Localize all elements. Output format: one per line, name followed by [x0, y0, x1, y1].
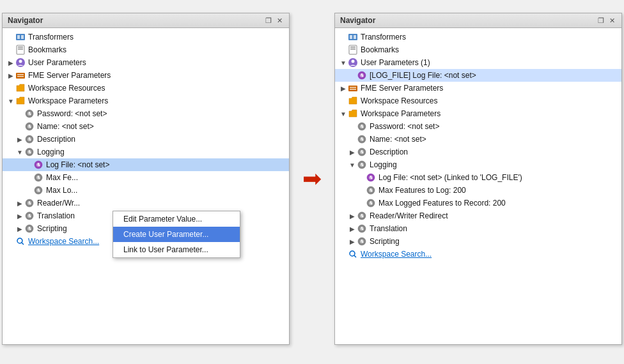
right-exp-user-params[interactable]: ▼ [339, 59, 348, 66]
right-icon-description [357, 147, 367, 157]
left-restore-btn[interactable]: ❐ [264, 17, 273, 25]
left-exp-translation[interactable]: ▶ [15, 213, 24, 220]
right-item-bookmarks[interactable]: Bookmarks [335, 43, 621, 56]
left-icon-logging [24, 147, 35, 157]
right-close-btn[interactable]: ✕ [608, 17, 616, 25]
svg-rect-66 [350, 87, 356, 88]
right-exp-logging[interactable]: ▼ [348, 162, 357, 169]
right-item-workspace-res[interactable]: Workspace Resources [335, 95, 621, 107]
left-icon-workspace-res [15, 83, 26, 93]
left-label-bookmarks: Bookmarks [28, 45, 66, 54]
svg-rect-8 [16, 73, 25, 79]
left-navigator-panel: Navigator ❐ ✕ Transformers [2, 13, 290, 345]
right-item-translation[interactable]: ▶ Translation [335, 222, 621, 235]
left-item-readerwriter[interactable]: ▶ Reader/Wr... [3, 197, 289, 209]
left-label-workspace-search[interactable]: Workspace Search... [28, 237, 99, 246]
right-icon-workspace-params [348, 109, 358, 119]
left-close-btn[interactable]: ✕ [276, 17, 284, 25]
right-item-description[interactable]: ▶ Description [335, 146, 621, 158]
svg-point-51 [17, 238, 22, 243]
context-menu-edit-param[interactable]: Edit Parameter Value... [113, 211, 240, 227]
direction-arrow: ➡ [302, 165, 322, 192]
left-label-name: Name: <not set> [37, 122, 94, 131]
left-item-workspace-params[interactable]: ▼ Workspace Parameters [3, 95, 289, 107]
left-exp-description[interactable]: ▶ [15, 136, 24, 143]
left-item-logfile[interactable]: Log File: <not set> [3, 158, 289, 171]
left-icon-workspace-params [15, 96, 26, 106]
right-label-logfile-linked: Log File: <not set> (Linked to 'LOG_FILE… [378, 173, 522, 182]
left-item-maxlo[interactable]: Max Lo... [3, 184, 289, 197]
right-item-name[interactable]: Name: <not set> [335, 133, 621, 146]
right-item-workspace-search[interactable]: Workspace Search... [335, 248, 621, 261]
right-exp-scripting[interactable]: ▶ [348, 238, 357, 245]
right-item-maxfe[interactable]: Max Features to Log: 200 [335, 184, 621, 197]
left-exp-scripting[interactable]: ▶ [15, 225, 24, 232]
right-label-scripting: Scripting [370, 237, 400, 246]
left-icon-name [24, 121, 35, 132]
right-label-maxlo: Max Logged Features to Record: 200 [378, 199, 506, 208]
left-label-logfile: Log File: <not set> [46, 160, 109, 169]
right-item-logfile-linked[interactable]: Log File: <not set> (Linked to 'LOG_FILE… [335, 171, 621, 184]
left-label-readerwriter: Reader/Wr... [37, 199, 80, 208]
right-icon-bookmarks [348, 45, 358, 55]
left-item-transformers[interactable]: Transformers [3, 31, 289, 43]
left-panel-titlebar: Navigator ❐ ✕ [3, 13, 289, 28]
left-item-name[interactable]: Name: <not set> [3, 120, 289, 133]
left-icon-readerwriter [24, 198, 35, 208]
left-label-translation: Translation [37, 211, 75, 220]
left-item-fme-server[interactable]: ▶ FME Server Parameters [3, 69, 289, 82]
right-item-maxlo[interactable]: Max Logged Features to Record: 200 [335, 197, 621, 209]
right-item-logfile-user[interactable]: [LOG_FILE] Log File: <not set> [335, 69, 621, 82]
right-exp-description[interactable]: ▶ [348, 149, 357, 156]
right-icon-workspace-res [348, 96, 358, 106]
right-item-readerwriter[interactable]: ▶ Reader/Writer Redirect [335, 209, 621, 222]
right-exp-readerwriter[interactable]: ▶ [348, 213, 357, 220]
svg-rect-2 [21, 35, 24, 39]
right-label-bookmarks: Bookmarks [361, 45, 399, 54]
left-item-password[interactable]: Password: <not set> [3, 107, 289, 120]
right-label-readerwriter: Reader/Writer Redirect [370, 211, 448, 220]
context-menu-link-to-user-param[interactable]: Link to User Parameter... [113, 242, 240, 257]
left-item-workspace-res[interactable]: Workspace Resources [3, 82, 289, 95]
right-item-password[interactable]: Password: <not set> [335, 120, 621, 133]
left-exp-user-params[interactable]: ▶ [6, 59, 15, 66]
right-item-scripting[interactable]: ▶ Scripting [335, 235, 621, 248]
svg-line-52 [22, 243, 24, 245]
right-label-workspace-search[interactable]: Workspace Search... [361, 250, 432, 259]
right-icon-password [357, 121, 367, 132]
left-label-maxfe: Max Fe... [46, 173, 78, 182]
right-label-name: Name: <not set> [370, 135, 426, 144]
right-exp-translation[interactable]: ▶ [348, 225, 357, 232]
left-item-maxfe[interactable]: Max Fe... [3, 171, 289, 184]
left-item-bookmarks[interactable]: Bookmarks [3, 43, 289, 56]
left-icon-maxlo [33, 185, 43, 195]
right-icon-maxfe [366, 185, 376, 195]
left-item-description[interactable]: ▶ Description [3, 133, 289, 146]
left-exp-workspace-params[interactable]: ▼ [6, 98, 15, 105]
right-item-user-params[interactable]: ▼ User Parameters (1) [335, 56, 621, 69]
left-icon-translation [24, 211, 35, 221]
left-exp-readerwriter[interactable]: ▶ [15, 200, 24, 207]
svg-rect-67 [350, 89, 356, 90]
left-item-user-params[interactable]: ▶ User Parameters [3, 56, 289, 69]
left-item-logging[interactable]: ▼ Logging [3, 146, 289, 158]
right-item-fme-server[interactable]: ▶ FME Server Parameters [335, 82, 621, 95]
context-menu-create-user-param[interactable]: Create User Parameter... [113, 227, 240, 242]
right-label-logfile-user: [LOG_FILE] Log File: <not set> [370, 71, 476, 80]
svg-rect-57 [350, 47, 355, 48]
right-exp-workspace-params[interactable]: ▼ [339, 110, 348, 118]
right-item-logging[interactable]: ▼ Logging [335, 158, 621, 171]
right-item-workspace-params[interactable]: ▼ Workspace Parameters [335, 107, 621, 120]
left-label-scripting: Scripting [37, 224, 67, 233]
left-label-maxlo: Max Lo... [46, 186, 77, 195]
left-exp-logging[interactable]: ▼ [15, 149, 24, 156]
left-exp-fme-server[interactable]: ▶ [6, 72, 15, 79]
left-icon-description [24, 134, 35, 144]
right-exp-fme-server[interactable]: ▶ [339, 85, 348, 92]
right-item-transformers[interactable]: Transformers [335, 31, 621, 43]
right-restore-btn[interactable]: ❐ [597, 17, 605, 25]
right-icon-search [348, 249, 358, 259]
right-icon-fme-server [348, 83, 358, 93]
svg-rect-54 [350, 35, 352, 39]
right-icon-maxlo [366, 198, 376, 208]
